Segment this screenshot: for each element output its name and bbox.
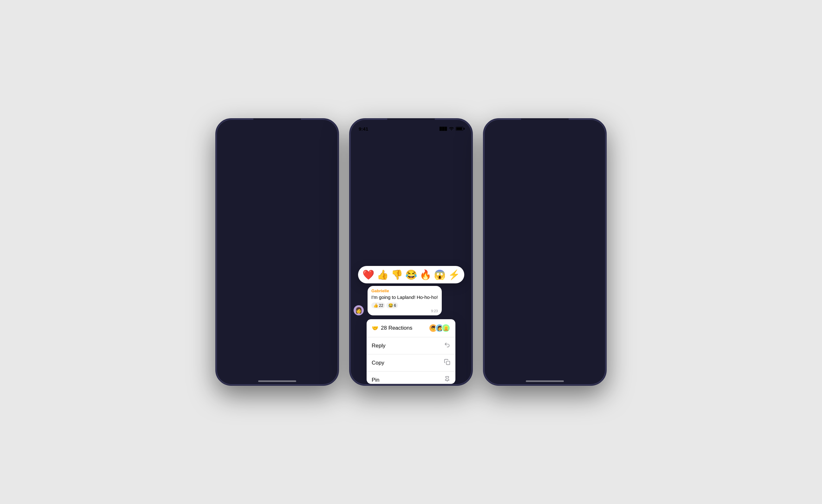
emoji-scared[interactable]: 😱 [434,269,446,280]
nav-avatar-1[interactable]: 🦎 [322,135,333,147]
text-wendy2-3: Actually... I'm throwing a party, you're… [503,322,572,335]
bubble-wendy-3[interactable]: Wendy Hey all! Any plans for New Year's … [499,176,575,205]
p3-emoji-5: ❤️ [505,300,510,305]
bubble-wendy2-3[interactable]: Wendy Actually... I'm throwing a party, … [499,314,575,350]
reaction-laugh-1[interactable]: 😂 6 [251,223,262,229]
p3-reaction-laugh2[interactable]: 😂 3 [518,299,530,305]
message-row-abigail-3: 🔥 Abigail You might as well ask where I … [487,270,602,312]
input-icons-1: 🕐 📷 [315,373,333,380]
context-time: 9:23 [371,309,438,313]
p3-reaction-thumbs2[interactable]: 👍 16 [503,337,517,343]
clock-icon-1[interactable]: 🕐 [315,373,323,380]
context-reaction-2[interactable]: 😂 6 [386,303,398,309]
avatar-wendy2-3: 🔥 [487,340,498,350]
wifi-icon-3 [583,126,587,131]
p3-emoji-3: ❤️ [533,224,538,228]
nav-header-1: ‹ Back Office Chat 45 members, 20 online… [217,134,337,150]
pin-label: Pin [372,377,380,383]
back-button-1[interactable]: ‹ Back [221,137,236,145]
status-time-3: 9:41 [492,126,502,131]
p3-count-6: 3 [526,300,528,305]
reactions-gabrielle-1: 👍 22 😂 6 [236,223,302,229]
nav-avatar-3[interactable]: 🦎 [589,135,601,147]
bubble-roberto-3[interactable]: Roberto Not yet.. 😢 9 9:23 [499,238,525,268]
camera-icon-3[interactable]: 📷 [593,373,601,380]
bubble-abigail-1[interactable]: Abigail You might as well ask where I se… [232,270,308,312]
emoji-bolt[interactable]: ⚡ [448,269,460,280]
sender-wendy-3: Wendy [503,179,572,184]
status-bar-2: 9:41 ▉▉▉ [351,120,471,134]
time-wendy-1: 9:23 [236,198,304,202]
bubble-abigail-3[interactable]: Abigail You might as well ask where I se… [499,270,575,312]
reaction-count-2: 6 [258,224,260,228]
attach-icon-3[interactable]: 📎 [489,372,497,380]
context-msg-row: 👩 Gabrielle I'm going to Lapland! Ho-ho-… [351,286,471,316]
battery-icon-2 [456,127,463,131]
p3-emoji-7: 👍 [505,338,510,343]
reaction-sad-1[interactable]: 😢 8 [236,255,247,261]
emoji-fire[interactable]: 🔥 [420,269,431,280]
context-reaction-1[interactable]: 👍 22 [371,303,385,309]
text-gabrielle-3: I'm going to Lapland! Ho-ho-ho! [503,214,570,221]
reactions-preview: 👦 👩 👱 [429,324,450,333]
camera-icon-1[interactable]: 📷 [325,373,333,380]
message-row-wendy-3: 🔥 Wendy Hey all! Any plans for New Year'… [487,176,602,205]
p3-reaction-thumbs[interactable]: 👍 22 [503,223,517,229]
message-row-roberto-3: 🤠 Roberto Not yet.. 😢 9 9:23 [487,238,602,268]
nav-title-3: Office Chat [503,136,589,142]
attach-icon-1[interactable]: 📎 [221,372,230,380]
context-item-reply[interactable]: Reply [367,337,455,354]
bubble-gabrielle-3[interactable]: Gabrielle I'm going to Lapland! Ho-ho-ho… [499,207,574,236]
avatar-abigail-3: 🔥 [487,302,498,312]
signal-icon-2: ▉▉▉ [440,127,447,131]
ctx-count-1: 22 [379,303,383,308]
reaction-thumbs-1[interactable]: 👍 22 [236,223,249,229]
emoji-picker-container: ❤️ 👍 👎 😂 🔥 😱 ⚡ [358,183,464,286]
emoji-picker: ❤️ 👍 👎 😂 🔥 😱 ⚡ [358,266,464,284]
status-icons-3: ▉▉▉ [573,126,597,131]
emoji-thumbs-up[interactable]: 👍 [377,269,389,280]
avatar-wendy-1: 🔥 [220,194,230,205]
sender-roberto-1: Roberto [236,240,254,245]
bubble-roberto-1[interactable]: Roberto Not yet.. 😢 8 9:23 [232,238,257,268]
avatar-wendy-3: 🔥 [487,194,498,205]
reaction-laugh-2[interactable]: 😂 3 [251,299,262,305]
phone-screen-3: 9:41 ▉▉▉ ‹ Back [485,120,605,384]
home-bar-3 [526,380,564,382]
p3-emoji-2: 😂 [520,224,525,228]
p3-reaction-laugh[interactable]: 😂 6 [518,223,530,229]
bubble-wendy2-1[interactable]: Wendy Actually... I'm throwing a party, … [232,314,308,350]
message-row-roberto-1: 🤠 Roberto Not yet.. 😢 8 9:23 [220,238,335,268]
avatar-gabrielle-3: 👩 [487,226,498,236]
sender-wendy2-3: Wendy [503,317,572,322]
reaction-count-5: 3 [258,300,260,305]
reaction-heart-1[interactable]: ❤️ 11 [236,299,249,305]
reaction-thumbs2-1[interactable]: 👍 15 [236,337,249,343]
text-wendy-1: Hey all! Any plans for New Year's Eve? [236,184,304,198]
p3-emoji-6: 😂 [520,300,525,305]
p3-reaction-heart-new[interactable]: ❤️ 1 [531,223,543,229]
clock-icon-3[interactable]: 🕐 [582,373,590,380]
sender-wendy2-1: Wendy [236,317,304,322]
context-item-pin[interactable]: Pin [367,372,455,384]
reactions-abigail-3: ❤️ 11 😂 3 [503,299,572,305]
back-button-3[interactable]: ‹ Back [489,137,503,145]
p3-reaction-heart2[interactable]: ❤️ 11 [503,299,517,305]
bubble-gabrielle-1[interactable]: Gabrielle I'm going to Lapland! Ho-ho-ho… [232,207,306,236]
chat-messages-1: ❄️ 🔥 Wendy Hey all! Any plans for New Ye… [217,150,337,368]
emoji-laugh[interactable]: 😂 [405,269,417,280]
context-item-copy[interactable]: Copy [367,354,455,372]
context-bubble[interactable]: Gabrielle I'm going to Lapland! Ho-ho-ho… [368,286,442,316]
copy-icon [444,359,450,367]
p3-emoji-1: 👍 [505,224,510,228]
emoji-heart[interactable]: ❤️ [363,269,374,280]
bubble-wendy-1[interactable]: Wendy Hey all! Any plans for New Year's … [232,176,308,205]
sender-roberto-3: Roberto [503,240,521,245]
p3-reaction-sad[interactable]: 😢 9 [503,255,515,261]
context-item-reactions[interactable]: 🤝 28 Reactions 👦 👩 👱 [367,319,455,337]
p3-count-5: 11 [511,300,515,305]
copy-label: Copy [372,360,384,366]
nav-title-1: Office Chat [236,136,322,142]
wifi-icon-1 [315,126,320,131]
emoji-thumbs-down[interactable]: 👎 [391,269,403,280]
